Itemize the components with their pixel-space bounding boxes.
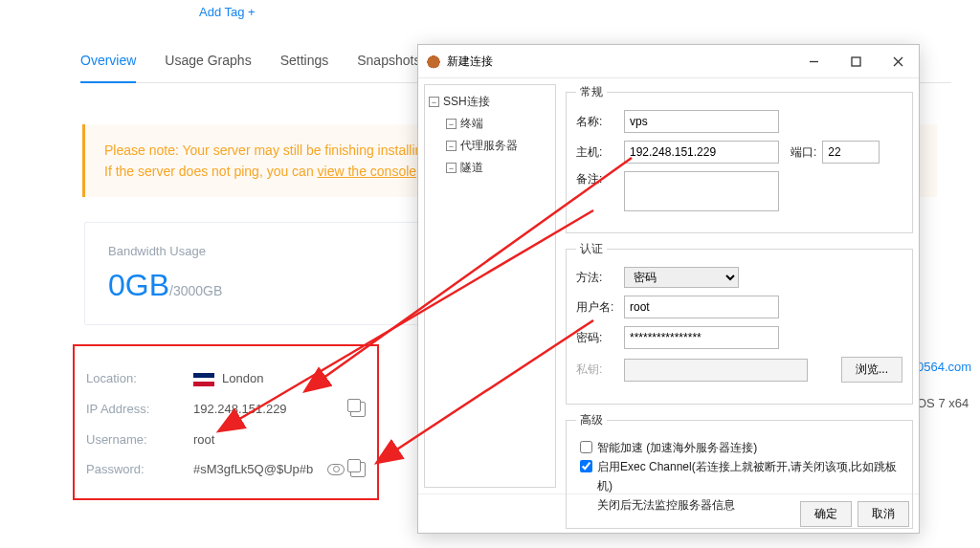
leaf-icon: − bbox=[446, 163, 457, 173]
leaf-icon: − bbox=[446, 119, 457, 129]
location-label: Location: bbox=[86, 371, 193, 385]
exec-line1: 启用Exec Channel(若连接上就被断开,请关闭该项,比如跳板机) bbox=[597, 460, 897, 493]
tree-tunnel[interactable]: −隧道 bbox=[427, 157, 553, 179]
view-console-link[interactable]: view the console bbox=[318, 164, 417, 179]
location-value: London bbox=[222, 371, 263, 385]
auth-user-label: 用户名: bbox=[576, 299, 624, 316]
port-label: 端口: bbox=[791, 144, 816, 161]
dialog-titlebar: 新建连接 bbox=[418, 45, 919, 78]
key-label: 私钥: bbox=[576, 362, 624, 378]
username-label: Username: bbox=[86, 432, 193, 447]
tab-snapshots[interactable]: Snapshots bbox=[357, 53, 420, 83]
tree-proxy[interactable]: −代理服务器 bbox=[427, 135, 553, 157]
auth-user-input[interactable] bbox=[624, 296, 779, 318]
password-value: #sM3gfLk5Q@$Up#b bbox=[193, 462, 322, 476]
server-details: Location: London IP Address: 192.248.151… bbox=[73, 344, 379, 500]
add-tag-link[interactable]: Add Tag + bbox=[199, 5, 256, 19]
tab-settings[interactable]: Settings bbox=[280, 53, 329, 83]
password-label: Password: bbox=[86, 462, 193, 476]
close-button[interactable] bbox=[877, 45, 919, 77]
general-legend: 常规 bbox=[576, 84, 607, 100]
copy-password-icon[interactable] bbox=[350, 462, 366, 477]
method-label: 方法: bbox=[576, 270, 624, 286]
browse-button[interactable]: 浏览... bbox=[841, 357, 902, 383]
minimize-button[interactable] bbox=[792, 45, 835, 77]
ip-value: 192.248.151.229 bbox=[193, 402, 345, 416]
maximize-button[interactable] bbox=[835, 45, 877, 77]
ip-label: IP Address: bbox=[86, 402, 193, 416]
name-label: 名称: bbox=[576, 114, 624, 130]
note-input[interactable] bbox=[624, 171, 779, 211]
auth-group: 认证 方法: 密码 用户名: 密码: 私钥: bbox=[566, 241, 913, 405]
auth-pass-input[interactable] bbox=[624, 326, 779, 349]
svg-rect-1 bbox=[852, 57, 860, 66]
port-input[interactable] bbox=[822, 141, 880, 164]
uk-flag-icon bbox=[193, 373, 214, 386]
tree-terminal[interactable]: −终端 bbox=[427, 113, 553, 135]
host-label: 主机: bbox=[576, 144, 624, 161]
bandwidth-value: 0GB bbox=[108, 268, 169, 302]
cancel-button[interactable]: 取消 bbox=[858, 501, 909, 527]
java-icon bbox=[426, 54, 441, 69]
bandwidth-label: Bandwidth Usage bbox=[108, 244, 395, 258]
bandwidth-card: Bandwidth Usage 0GB/3000GB bbox=[84, 222, 419, 325]
method-select[interactable]: 密码 bbox=[624, 267, 739, 288]
auth-legend: 认证 bbox=[576, 241, 607, 257]
right-link[interactable]: 0564.com bbox=[917, 360, 971, 374]
exec-channel-checkbox[interactable]: 启用Exec Channel(若连接上就被断开,请关闭该项,比如跳板机) 关闭后… bbox=[576, 457, 902, 515]
connection-tree: −SSH连接 −终端 −代理服务器 −隧道 bbox=[424, 84, 556, 488]
new-connection-dialog: 新建连接 −SSH连接 −终端 −代理服务器 −隧道 常规 名称: 主机: 端 bbox=[417, 44, 920, 534]
accel-checkbox[interactable]: 智能加速 (加速海外服务器连接) bbox=[576, 438, 902, 457]
notice-line1: Please note: Your server may still be fi… bbox=[104, 142, 449, 158]
collapse-icon[interactable]: − bbox=[429, 97, 439, 107]
copy-ip-icon[interactable] bbox=[350, 402, 366, 417]
tab-overview[interactable]: Overview bbox=[80, 53, 136, 83]
name-input[interactable] bbox=[624, 110, 779, 133]
key-input bbox=[624, 359, 808, 382]
right-os: OS 7 x64 bbox=[917, 396, 969, 410]
host-input[interactable] bbox=[624, 141, 779, 164]
note-label: 备注: bbox=[576, 171, 624, 187]
username-value: root bbox=[193, 432, 366, 447]
advanced-legend: 高级 bbox=[576, 412, 607, 428]
leaf-icon: − bbox=[446, 141, 457, 151]
notice-line2-pre: If the server does not ping, you can bbox=[104, 164, 318, 179]
exec-line2: 关闭后无法监控服务器信息 bbox=[597, 498, 735, 512]
ok-button[interactable]: 确定 bbox=[800, 501, 852, 527]
auth-pass-label: 密码: bbox=[576, 330, 624, 346]
tab-usage-graphs[interactable]: Usage Graphs bbox=[165, 53, 251, 83]
dialog-title: 新建连接 bbox=[447, 54, 493, 70]
bandwidth-total: /3000GB bbox=[169, 283, 222, 298]
general-group: 常规 名称: 主机: 端口: 备注: bbox=[566, 84, 913, 233]
tree-ssh[interactable]: −SSH连接 bbox=[427, 91, 553, 113]
toggle-password-icon[interactable] bbox=[327, 464, 345, 475]
